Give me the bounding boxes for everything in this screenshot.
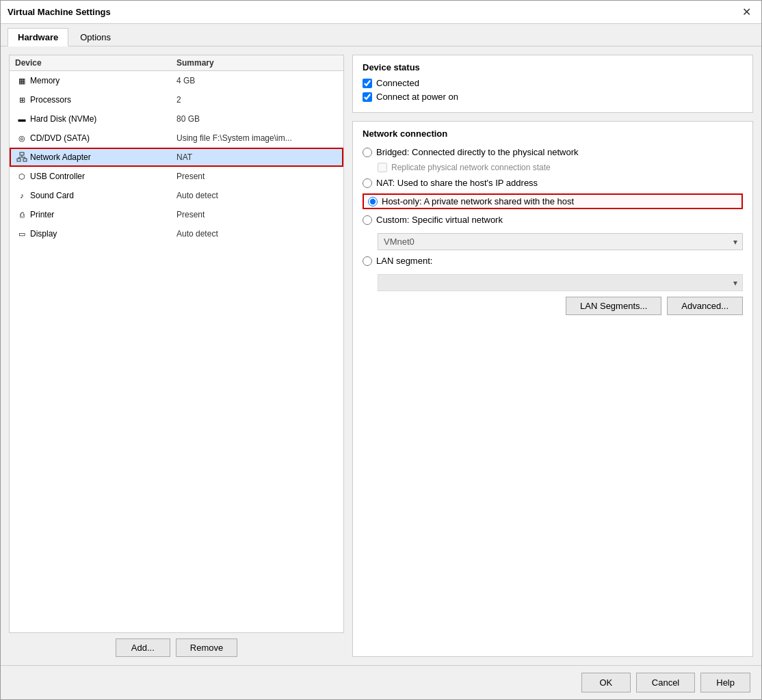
replicate-checkbox[interactable] bbox=[378, 163, 387, 172]
left-panel: Device Summary ▦ Memory 4 GB ⊞ Processor… bbox=[9, 55, 344, 657]
nat-radio[interactable] bbox=[363, 178, 372, 188]
table-row[interactable]: ⊞ Processors 2 bbox=[10, 90, 343, 109]
lan-segment-label[interactable]: LAN segment: bbox=[376, 256, 432, 266]
usb-icon: ⬡ bbox=[16, 171, 27, 182]
table-row[interactable]: ⎙ Printer Present bbox=[10, 205, 343, 224]
add-button[interactable]: Add... bbox=[116, 638, 170, 657]
printer-icon: ⎙ bbox=[16, 209, 27, 220]
table-header: Device Summary bbox=[10, 55, 343, 71]
lan-dropdown-row bbox=[378, 274, 743, 291]
tab-hardware[interactable]: Hardware bbox=[8, 28, 68, 46]
replicate-label: Replicate physical network connection st… bbox=[391, 163, 551, 172]
lan-segment-radio[interactable] bbox=[363, 256, 372, 266]
connected-checkbox[interactable] bbox=[363, 79, 372, 88]
processor-icon: ⊞ bbox=[16, 94, 27, 105]
svg-rect-2 bbox=[23, 159, 27, 161]
device-status-title: Device status bbox=[363, 62, 743, 72]
cancel-button[interactable]: Cancel bbox=[636, 673, 695, 692]
connect-power-on-checkbox[interactable] bbox=[363, 92, 372, 102]
radio-row-custom: Custom: Specific virtual network bbox=[363, 215, 743, 225]
title-bar: Virtual Machine Settings ✕ bbox=[1, 1, 761, 24]
lan-segments-button[interactable]: LAN Segments... bbox=[566, 297, 661, 315]
bridged-label[interactable]: Bridged: Connected directly to the physi… bbox=[376, 147, 579, 157]
content-area: Device Summary ▦ Memory 4 GB ⊞ Processor… bbox=[1, 46, 761, 665]
radio-row-bridged: Bridged: Connected directly to the physi… bbox=[363, 147, 743, 157]
lan-dropdown-wrapper bbox=[378, 274, 743, 291]
display-icon: ▭ bbox=[16, 228, 27, 239]
replicate-suboption: Replicate physical network connection st… bbox=[378, 163, 743, 172]
network-connection-section: Network connection Bridged: Connected di… bbox=[352, 121, 753, 657]
radio-row-hostonly: Host-only: A private network shared with… bbox=[363, 193, 743, 209]
svg-rect-0 bbox=[20, 152, 24, 155]
footer-buttons: OK Cancel Help bbox=[1, 665, 761, 699]
bridged-radio[interactable] bbox=[363, 148, 372, 157]
device-status-section: Device status Connected Connect at power… bbox=[352, 55, 753, 113]
network-icon bbox=[16, 152, 27, 163]
remove-button[interactable]: Remove bbox=[176, 638, 237, 657]
custom-dropdown-wrapper: VMnet0 VMnet1 VMnet2 bbox=[378, 233, 743, 250]
close-button[interactable]: ✕ bbox=[738, 4, 754, 21]
network-connection-title: Network connection bbox=[363, 129, 743, 139]
right-panel: Device status Connected Connect at power… bbox=[352, 55, 753, 657]
custom-radio[interactable] bbox=[363, 215, 372, 225]
power-on-label[interactable]: Connect at power on bbox=[376, 92, 458, 102]
device-table: Device Summary ▦ Memory 4 GB ⊞ Processor… bbox=[9, 55, 344, 633]
virtual-machine-settings-window: Virtual Machine Settings ✕ Hardware Opti… bbox=[0, 0, 762, 700]
hostonly-radio[interactable] bbox=[368, 197, 378, 206]
connected-label[interactable]: Connected bbox=[376, 78, 419, 88]
left-action-buttons: Add... Remove bbox=[9, 638, 344, 657]
cddvd-icon: ◎ bbox=[16, 133, 27, 144]
help-button[interactable]: Help bbox=[700, 673, 750, 692]
col-device: Device bbox=[15, 58, 176, 68]
window-title: Virtual Machine Settings bbox=[8, 7, 111, 17]
advanced-button[interactable]: Advanced... bbox=[667, 297, 743, 315]
svg-rect-1 bbox=[17, 159, 21, 161]
network-radio-group: Bridged: Connected directly to the physi… bbox=[363, 144, 743, 294]
radio-row-nat: NAT: Used to share the host's IP address bbox=[363, 178, 743, 188]
tabs-bar: Hardware Options bbox=[1, 24, 761, 46]
ok-button[interactable]: OK bbox=[581, 673, 631, 692]
table-row[interactable]: ♪ Sound Card Auto detect bbox=[10, 186, 343, 205]
table-row[interactable]: ◎ CD/DVD (SATA) Using file F:\System ima… bbox=[10, 129, 343, 148]
memory-icon: ▦ bbox=[16, 75, 27, 86]
harddisk-icon: ▬ bbox=[16, 113, 27, 124]
hostonly-label[interactable]: Host-only: A private network shared with… bbox=[382, 196, 574, 206]
custom-dropdown-row: VMnet0 VMnet1 VMnet2 bbox=[378, 233, 743, 250]
table-row-network-adapter[interactable]: Network Adapter NAT bbox=[10, 148, 343, 167]
sound-icon: ♪ bbox=[16, 190, 27, 201]
table-row[interactable]: ▭ Display Auto detect bbox=[10, 224, 343, 243]
connected-checkbox-row: Connected bbox=[363, 78, 743, 88]
tab-options[interactable]: Options bbox=[70, 28, 121, 46]
custom-label[interactable]: Custom: Specific virtual network bbox=[376, 215, 503, 225]
lan-segment-dropdown[interactable] bbox=[378, 274, 743, 291]
power-on-checkbox-row: Connect at power on bbox=[363, 92, 743, 102]
nat-label[interactable]: NAT: Used to share the host's IP address bbox=[376, 178, 538, 188]
table-row[interactable]: ▬ Hard Disk (NVMe) 80 GB bbox=[10, 109, 343, 129]
radio-row-lan: LAN segment: bbox=[363, 256, 743, 266]
table-row[interactable]: ⬡ USB Controller Present bbox=[10, 167, 343, 186]
custom-network-dropdown[interactable]: VMnet0 VMnet1 VMnet2 bbox=[378, 233, 743, 250]
network-action-buttons: LAN Segments... Advanced... bbox=[363, 294, 743, 315]
table-row[interactable]: ▦ Memory 4 GB bbox=[10, 71, 343, 90]
col-summary: Summary bbox=[176, 58, 338, 68]
